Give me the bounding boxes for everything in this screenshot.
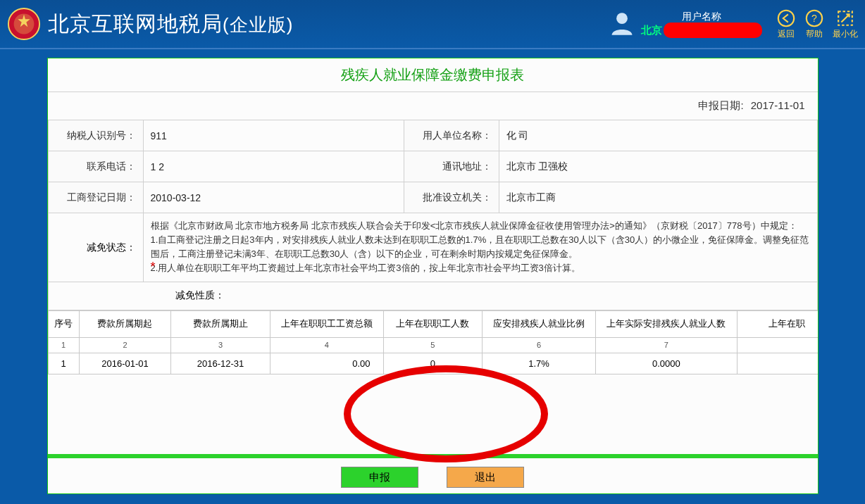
avatar-icon [607, 9, 637, 39]
address-label: 通讯地址： [404, 151, 499, 182]
data-grid: 序号 费款所属期起 费款所属期止 上年在职职工工资总额 上年在职职工人数 应安排… [48, 310, 818, 374]
report-date-label: 申报日期: [698, 99, 743, 111]
exempt-text-content: 根据《北京市财政局 北京市地方税务局 北京市残疾人联合会关于印发<北京市残疾人就… [151, 220, 809, 273]
cell-end[interactable]: 2016-12-31 [171, 353, 270, 374]
svg-text:?: ? [811, 12, 817, 23]
col-ratio: 应安排残疾人就业比例 [483, 310, 596, 337]
cell-actual[interactable]: 0.0000 [595, 353, 737, 374]
exit-button[interactable]: 退出 [447, 467, 524, 488]
report-date-row: 申报日期: 2017-11-01 [48, 92, 818, 120]
highlight-circle [344, 365, 548, 462]
col-wage-total: 上年在职职工工资总额 [270, 310, 383, 337]
table-row[interactable]: 1 2016-01-01 2016-12-31 0.00 0 1.7% 0.00… [48, 353, 818, 374]
progress-bar [48, 454, 818, 458]
app-title-sub: (企业版) [223, 14, 293, 35]
user-area: 用户名称 北京 [607, 9, 762, 39]
svg-point-4 [778, 10, 794, 25]
cell-start[interactable]: 2016-01-01 [79, 353, 171, 374]
reg-date-label: 工商登记日期： [48, 182, 143, 213]
user-location: 北京 [641, 23, 662, 37]
reg-date-value[interactable]: 2010-03-12 [143, 182, 404, 213]
svg-point-3 [616, 13, 628, 24]
user-label: 用户名称 [641, 10, 762, 23]
exempt-row: 减免状态： 根据《北京市财政局 北京市地方税务局 北京市残疾人联合会关于印发<北… [48, 213, 818, 282]
cell-seq: 1 [48, 353, 79, 374]
col-actual: 上年实际安排残疾人就业人数 [595, 310, 737, 337]
help-button[interactable]: ? 帮助 [804, 8, 824, 40]
info-table: 纳税人识别号： 911 用人单位名称： 化 司 联系电话： 1 2 通讯地址： … [48, 120, 818, 213]
approval-org-label: 批准设立机关： [404, 182, 499, 213]
report-date-value: 2017-11-01 [751, 99, 805, 111]
exempt-text: 根据《北京市财政局 北京市地方税务局 北京市残疾人联合会关于印发<北京市残疾人就… [144, 213, 817, 282]
minimize-icon [835, 8, 855, 28]
col-period-start: 费款所属期起 [79, 310, 171, 337]
cell-ratio[interactable]: 1.7% [483, 353, 596, 374]
minimize-button[interactable]: 最小化 [833, 8, 858, 40]
action-row: 申报 退出 [48, 467, 818, 488]
app-title: 北京互联网地税局(企业版) [48, 10, 607, 39]
nature-row: 减免性质： [48, 282, 818, 310]
col-last: 上年在职 [737, 310, 817, 337]
phone-label: 联系电话： [48, 151, 143, 182]
cell-count[interactable]: 0 [383, 353, 483, 374]
header-underline [0, 48, 865, 49]
help-icon: ? [804, 8, 824, 28]
required-star: * [151, 258, 156, 277]
cell-last[interactable] [737, 353, 817, 374]
taxpayer-id-label: 纳税人识别号： [48, 120, 143, 151]
grid-num-row: 1 2 3 4 5 6 7 [48, 337, 818, 353]
back-icon [776, 8, 796, 28]
form-page: 残疾人就业保障金缴费申报表 申报日期: 2017-11-01 纳税人识别号： 9… [47, 58, 819, 494]
approval-org-value[interactable]: 北京市工商 [499, 182, 817, 213]
taxpayer-id-value[interactable]: 911 [143, 120, 404, 151]
back-button[interactable]: 返回 [776, 8, 796, 40]
employer-name-value[interactable]: 化 司 [499, 120, 817, 151]
phone-value[interactable]: 1 2 [143, 151, 404, 182]
col-seq: 序号 [48, 310, 79, 337]
app-title-main: 北京互联网地税局 [48, 12, 223, 35]
employer-name-label: 用人单位名称： [404, 120, 499, 151]
grid-header-row: 序号 费款所属期起 费款所属期止 上年在职职工工资总额 上年在职职工人数 应安排… [48, 310, 818, 337]
submit-button[interactable]: 申报 [341, 467, 418, 488]
app-header: 北京互联网地税局(企业版) 用户名称 北京 返回 ? 帮助 最小化 [0, 0, 865, 48]
form-title: 残疾人就业保障金缴费申报表 [48, 58, 818, 92]
col-period-end: 费款所属期止 [171, 310, 270, 337]
redacted-mark [664, 23, 762, 38]
nature-label: 减免性质： [49, 289, 232, 302]
exempt-label: 减免状态： [49, 213, 144, 282]
data-grid-wrap: 序号 费款所属期起 费款所属期止 上年在职职工工资总额 上年在职职工人数 应安排… [48, 310, 818, 374]
address-value[interactable]: 北京市 卫强校 [499, 151, 817, 182]
cell-wage[interactable]: 0.00 [270, 353, 383, 374]
col-emp-count: 上年在职职工人数 [383, 310, 483, 337]
emblem-icon [7, 7, 41, 41]
